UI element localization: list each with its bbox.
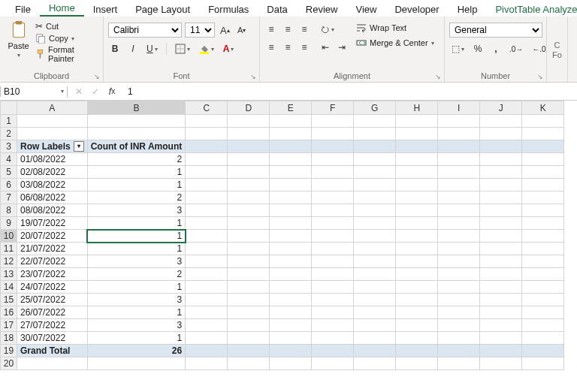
- cell-I8[interactable]: [438, 204, 480, 217]
- cell-G3[interactable]: [354, 140, 396, 153]
- cell-J11[interactable]: [480, 243, 522, 255]
- italic-button[interactable]: I: [126, 42, 140, 56]
- cell-I9[interactable]: [438, 217, 480, 230]
- clipboard-dialog-launcher[interactable]: ↘: [94, 73, 101, 80]
- cell-A20[interactable]: [17, 357, 88, 370]
- cell-B16[interactable]: 1: [87, 306, 186, 319]
- cell-I16[interactable]: [438, 306, 480, 319]
- wrap-text-button[interactable]: Wrap Text: [356, 23, 434, 33]
- cell-C1[interactable]: [186, 115, 228, 128]
- cell-H17[interactable]: [396, 319, 438, 332]
- cell-F16[interactable]: [312, 306, 354, 319]
- cell-E3[interactable]: [270, 140, 312, 153]
- cell-A16[interactable]: 26/07/2022: [17, 306, 88, 319]
- cell-B20[interactable]: [87, 357, 186, 370]
- cell-E13[interactable]: [270, 268, 312, 281]
- row-header-13[interactable]: 13: [1, 268, 17, 281]
- alignment-dialog-launcher[interactable]: ↘: [435, 73, 443, 80]
- cell-E19[interactable]: [270, 345, 312, 357]
- cell-J2[interactable]: [480, 128, 522, 140]
- cell-H16[interactable]: [396, 306, 438, 319]
- fill-color-button[interactable]: [197, 42, 216, 56]
- tab-review[interactable]: Review: [297, 2, 347, 17]
- align-top-button[interactable]: ≡: [264, 23, 278, 36]
- cell-J20[interactable]: [480, 357, 522, 370]
- cell-C10[interactable]: [186, 230, 228, 243]
- align-center-button[interactable]: ≡: [281, 41, 295, 54]
- align-bottom-button[interactable]: ≡: [298, 23, 311, 36]
- cell-K6[interactable]: [522, 179, 564, 191]
- cell-E5[interactable]: [270, 166, 312, 179]
- cell-D1[interactable]: [228, 115, 270, 128]
- font-dialog-launcher[interactable]: ↘: [250, 73, 258, 80]
- paste-button[interactable]: Paste ▾: [5, 18, 32, 60]
- cell-D19[interactable]: [228, 345, 270, 357]
- enter-formula-button[interactable]: ✓: [89, 85, 102, 98]
- row-header-2[interactable]: 2: [1, 128, 17, 140]
- format-painter-button[interactable]: Format Painter: [35, 45, 98, 63]
- cell-D13[interactable]: [228, 268, 270, 281]
- decrease-font-button[interactable]: A▾: [235, 23, 249, 37]
- align-left-button[interactable]: ≡: [264, 41, 278, 54]
- cell-I18[interactable]: [438, 332, 480, 345]
- cell-K18[interactable]: [522, 332, 564, 345]
- cell-E20[interactable]: [270, 357, 312, 370]
- cell-K19[interactable]: [522, 345, 564, 357]
- cell-J16[interactable]: [480, 306, 522, 319]
- row-header-20[interactable]: 20: [1, 357, 17, 370]
- cell-B18[interactable]: 1: [87, 332, 186, 345]
- insert-function-button[interactable]: fx: [105, 85, 119, 98]
- cell-F1[interactable]: [312, 115, 354, 128]
- cell-J4[interactable]: [480, 153, 522, 166]
- cell-D5[interactable]: [228, 166, 270, 179]
- tab-pivot-analyze[interactable]: PivotTable Analyze: [486, 2, 577, 17]
- cell-G8[interactable]: [354, 204, 396, 217]
- cell-F9[interactable]: [312, 217, 354, 230]
- cell-E14[interactable]: [270, 281, 312, 294]
- cell-G19[interactable]: [354, 345, 396, 357]
- cell-G15[interactable]: [354, 294, 396, 306]
- cell-C11[interactable]: [186, 243, 228, 255]
- cell-B9[interactable]: 1: [87, 217, 186, 230]
- cell-A7[interactable]: 06/08/2022: [17, 191, 88, 204]
- cell-F10[interactable]: [312, 230, 354, 243]
- cell-K3[interactable]: [522, 140, 564, 153]
- cell-F11[interactable]: [312, 243, 354, 255]
- cell-B6[interactable]: 1: [87, 179, 186, 191]
- row-header-19[interactable]: 19: [1, 345, 17, 357]
- cell-E18[interactable]: [270, 332, 312, 345]
- cell-H9[interactable]: [396, 217, 438, 230]
- cell-A2[interactable]: [17, 128, 88, 140]
- cell-A13[interactable]: 23/07/2022: [17, 268, 88, 281]
- cell-E12[interactable]: [270, 255, 312, 268]
- tab-formulas[interactable]: Formulas: [199, 2, 258, 17]
- cell-H12[interactable]: [396, 255, 438, 268]
- column-header-C[interactable]: C: [186, 101, 228, 115]
- number-dialog-launcher[interactable]: ↘: [537, 73, 545, 80]
- row-header-16[interactable]: 16: [1, 306, 17, 319]
- name-box[interactable]: B10 ▾: [0, 86, 68, 97]
- cell-A18[interactable]: 30/07/2022: [17, 332, 88, 345]
- cell-A10[interactable]: 20/07/2022: [17, 230, 88, 243]
- cell-F20[interactable]: [312, 357, 354, 370]
- column-header-K[interactable]: K: [522, 101, 564, 115]
- percent-button[interactable]: %: [471, 42, 485, 56]
- accounting-format-button[interactable]: ⬚: [449, 42, 467, 56]
- cell-G16[interactable]: [354, 306, 396, 319]
- cell-B11[interactable]: 1: [87, 243, 186, 255]
- worksheet-grid[interactable]: ABCDEFGHIJK123Row Labels▾Count of INR Am…: [0, 101, 577, 370]
- row-header-6[interactable]: 6: [1, 179, 17, 191]
- cell-G1[interactable]: [354, 115, 396, 128]
- cell-B5[interactable]: 1: [87, 166, 186, 179]
- cell-E11[interactable]: [270, 243, 312, 255]
- tab-developer[interactable]: Developer: [385, 2, 448, 17]
- cell-C3[interactable]: [186, 140, 228, 153]
- row-header-5[interactable]: 5: [1, 166, 17, 179]
- cell-G2[interactable]: [354, 128, 396, 140]
- cell-B8[interactable]: 3: [87, 204, 186, 217]
- cell-D4[interactable]: [228, 153, 270, 166]
- cell-D12[interactable]: [228, 255, 270, 268]
- cell-D20[interactable]: [228, 357, 270, 370]
- cell-A1[interactable]: [17, 115, 88, 128]
- cell-J14[interactable]: [480, 281, 522, 294]
